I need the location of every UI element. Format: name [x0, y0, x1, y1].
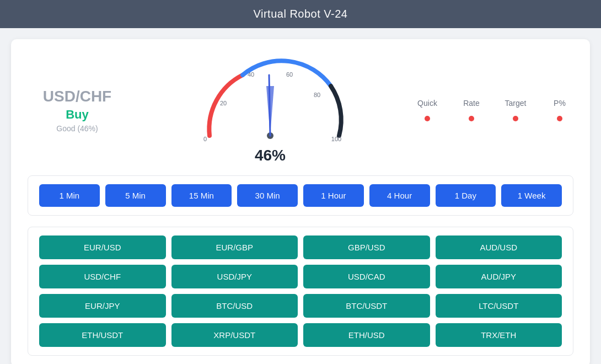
pair-btn-usd-cad[interactable]: USD/CAD: [303, 265, 430, 288]
gauge-svg: 0 20 40 60 80 100: [193, 56, 347, 144]
dot-indicator-1: [469, 116, 474, 121]
stats-dot-3: [546, 116, 573, 121]
gauge-container: 0 20 40 60 80 100 46%: [187, 56, 353, 164]
timeframe-section: 1 Min5 Min15 Min30 Min1 Hour4 Hour1 Day1…: [28, 175, 573, 216]
pairs-grid: EUR/USDEUR/GBPGBP/USDAUD/USDUSD/CHFUSD/J…: [39, 235, 562, 347]
svg-text:80: 80: [314, 92, 320, 98]
svg-text:40: 40: [248, 71, 254, 78]
stats-header-p%: P%: [546, 99, 573, 108]
stats-section: QuickRateTargetP%: [414, 99, 573, 121]
timeframe-btn-30-min[interactable]: 30 Min: [237, 184, 298, 207]
pair-btn-gbp-usd[interactable]: GBP/USD: [303, 235, 430, 259]
pair-btn-aud-jpy[interactable]: AUD/JPY: [436, 265, 562, 288]
stats-header-quick: Quick: [414, 99, 441, 108]
pair-btn-eur-usd[interactable]: EUR/USD: [39, 235, 166, 259]
pair-btn-ltc-usdt[interactable]: LTC/USDT: [436, 294, 562, 318]
stats-dot-0: [414, 116, 441, 121]
timeframe-btn-1-week[interactable]: 1 Week: [501, 184, 562, 207]
timeframe-buttons: 1 Min5 Min15 Min30 Min1 Hour4 Hour1 Day1…: [39, 184, 562, 207]
pair-direction: Buy: [28, 108, 127, 122]
pair-btn-xrp-usdt[interactable]: XRP/USDT: [171, 323, 298, 347]
pair-btn-eur-gbp[interactable]: EUR/GBP: [171, 235, 298, 259]
stats-dot-1: [458, 116, 485, 121]
svg-text:100: 100: [331, 136, 341, 142]
stats-headers: QuickRateTargetP%: [414, 99, 573, 108]
main-card: USD/CHF Buy Good (46%) 0 20 40: [11, 39, 590, 364]
pair-btn-eth-usdt[interactable]: ETH/USDT: [39, 323, 166, 347]
svg-text:0: 0: [203, 136, 207, 142]
svg-text:60: 60: [286, 71, 293, 78]
svg-text:20: 20: [220, 100, 227, 106]
timeframe-btn-1-min[interactable]: 1 Min: [39, 184, 100, 207]
gauge-value: 46%: [255, 147, 286, 164]
stats-dots: [414, 116, 573, 121]
pair-quality: Good (46%): [28, 124, 127, 133]
dot-indicator-3: [557, 116, 562, 121]
pair-btn-trx-eth[interactable]: TRX/ETH: [436, 323, 562, 347]
pair-name: USD/CHF: [28, 88, 127, 105]
timeframe-btn-15-min[interactable]: 15 Min: [171, 184, 232, 207]
stats-header-rate: Rate: [458, 99, 485, 108]
app-header: Virtual Robot V-24: [0, 0, 601, 28]
app-title: Virtual Robot V-24: [254, 8, 348, 20]
svg-marker-8: [266, 86, 274, 136]
stats-header-target: Target: [502, 99, 529, 108]
pair-btn-usd-jpy[interactable]: USD/JPY: [171, 265, 298, 288]
dot-indicator-2: [513, 116, 518, 121]
pair-btn-eth-usd[interactable]: ETH/USD: [303, 323, 430, 347]
timeframe-btn-5-min[interactable]: 5 Min: [105, 184, 166, 207]
dot-indicator-0: [425, 116, 430, 121]
pair-btn-aud-usd[interactable]: AUD/USD: [436, 235, 562, 259]
top-section: USD/CHF Buy Good (46%) 0 20 40: [28, 50, 573, 175]
timeframe-btn-1-day[interactable]: 1 Day: [436, 184, 496, 207]
pair-btn-eur-jpy[interactable]: EUR/JPY: [39, 294, 166, 318]
timeframe-btn-4-hour[interactable]: 4 Hour: [369, 184, 430, 207]
timeframe-btn-1-hour[interactable]: 1 Hour: [303, 184, 364, 207]
pair-btn-btc-usd[interactable]: BTC/USD: [171, 294, 298, 318]
stats-dot-2: [502, 116, 529, 121]
pair-info: USD/CHF Buy Good (46%): [28, 88, 127, 133]
pairs-section: EUR/USDEUR/GBPGBP/USDAUD/USDUSD/CHFUSD/J…: [28, 227, 573, 356]
pair-btn-btc-usdt[interactable]: BTC/USDT: [303, 294, 430, 318]
pair-btn-usd-chf[interactable]: USD/CHF: [39, 265, 166, 288]
